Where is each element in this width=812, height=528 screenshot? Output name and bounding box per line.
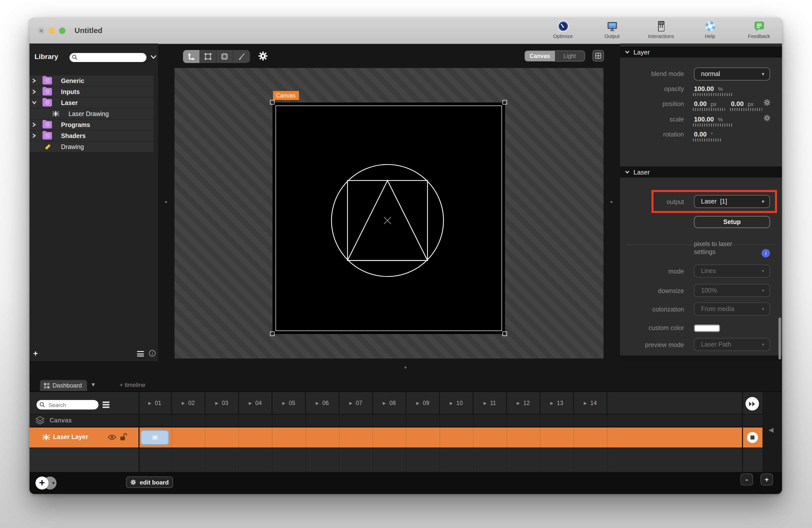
timeline-trigger-03[interactable]: ▶03 xyxy=(205,392,239,414)
laser-output-select[interactable]: Laser [1] ▼ xyxy=(694,195,770,208)
rotation-field[interactable]: 0.00° xyxy=(694,130,713,138)
play-icon: ▶ xyxy=(383,401,386,405)
laser-clip-selected[interactable] xyxy=(141,430,169,445)
timeline-zoom-out-button[interactable]: - xyxy=(740,473,753,485)
visibility-eye-icon[interactable] xyxy=(107,434,116,440)
library-item-inputs[interactable]: Inputs xyxy=(29,87,154,97)
group-row-grid xyxy=(139,414,608,426)
view-toggle-canvas[interactable]: Canvas xyxy=(525,51,555,61)
info-icon[interactable]: i xyxy=(762,249,770,258)
timeline-list-options-icon[interactable] xyxy=(102,401,110,409)
timeline-zoom-in-button[interactable]: + xyxy=(760,473,773,485)
timeline-trigger-07[interactable]: ▶07 xyxy=(339,392,373,414)
library-item-generic[interactable]: Generic xyxy=(29,75,154,86)
timeline-search-input[interactable] xyxy=(37,400,99,410)
library-list-options-icon[interactable] xyxy=(137,351,144,358)
chevron-right-icon[interactable] xyxy=(32,78,36,83)
optimize-button[interactable]: Optimize xyxy=(547,20,579,39)
timeline-trigger-10[interactable]: ▶10 xyxy=(440,392,474,414)
timeline-trigger-04[interactable]: ▶04 xyxy=(239,392,273,414)
timeline-trigger-02[interactable]: ▶02 xyxy=(172,392,205,414)
tab-dashboard[interactable]: Dashboard xyxy=(40,380,87,391)
chevron-right-icon[interactable] xyxy=(32,133,36,138)
help-button[interactable]: Help xyxy=(694,20,726,39)
opacity-scrubber[interactable] xyxy=(693,93,732,96)
library-item-shaders[interactable]: Shaders xyxy=(29,131,154,141)
panel-splitter-handle[interactable] xyxy=(405,367,406,368)
library-info-button[interactable]: i xyxy=(149,350,156,356)
position-y-scrubber[interactable] xyxy=(730,108,762,111)
blend-mode-select[interactable]: normal ▼ xyxy=(694,68,770,80)
stage-viewport[interactable]: Canvas xyxy=(174,68,604,358)
library-options-chevron-icon[interactable] xyxy=(150,55,157,59)
transform-tool-button[interactable] xyxy=(200,50,217,63)
close-window-button[interactable] xyxy=(38,28,44,34)
chevron-right-icon[interactable] xyxy=(32,89,36,94)
panel-splitter-handle[interactable] xyxy=(610,201,612,203)
timeline-trigger-11[interactable]: ▶11 xyxy=(474,392,507,414)
downsize-select[interactable]: 100% ▼ xyxy=(694,284,770,297)
laser-setup-button[interactable]: Setup xyxy=(694,216,770,228)
scale-options-gear-icon[interactable] xyxy=(763,114,771,122)
canvas-surface[interactable] xyxy=(273,103,505,334)
feedback-button[interactable]: Feedback xyxy=(743,20,775,39)
timeline-trigger-12[interactable]: ▶12 xyxy=(507,392,540,414)
timeline-trigger-14[interactable]: ▶14 xyxy=(574,392,608,414)
custom-color-swatch[interactable] xyxy=(694,324,720,332)
mode-select[interactable]: Lines ▼ xyxy=(694,264,770,278)
play-icon: ▶ xyxy=(416,401,419,405)
add-board-split-button[interactable]: ▼ + xyxy=(35,476,58,489)
add-timeline-button[interactable]: + timeline xyxy=(119,381,145,388)
position-y-field[interactable]: 0.00px xyxy=(731,99,754,108)
colorization-select[interactable]: From media ▼ xyxy=(694,303,770,316)
minimize-window-button[interactable] xyxy=(48,28,55,34)
timeline-trigger-08[interactable]: ▶08 xyxy=(373,392,406,414)
scale-scrubber[interactable] xyxy=(693,123,732,127)
selection-handle-bottom-right[interactable] xyxy=(503,332,507,336)
layer-section-header[interactable]: Layer xyxy=(620,46,782,58)
timeline-trigger-06[interactable]: ▶06 xyxy=(306,392,339,414)
library-item-drawing[interactable]: Drawing xyxy=(29,142,154,152)
position-options-gear-icon[interactable] xyxy=(763,99,771,106)
brush-tool-button[interactable] xyxy=(233,50,250,63)
library-item-laser[interactable]: Laser xyxy=(29,98,154,108)
skip-forward-button[interactable] xyxy=(745,397,759,411)
library-add-button[interactable]: + xyxy=(31,350,40,357)
collapse-left-icon[interactable]: ◀ xyxy=(768,426,773,434)
grid-view-button[interactable] xyxy=(593,50,604,61)
maximize-window-button[interactable] xyxy=(59,28,66,34)
library-item-laser-drawing[interactable]: Laser Drawing xyxy=(29,108,154,119)
edit-board-button[interactable]: edit board xyxy=(126,476,173,488)
position-x-field[interactable]: 0.00px xyxy=(694,99,716,108)
timeline-trigger-01[interactable]: ▶01 xyxy=(139,392,172,414)
selection-handle-top-right[interactable] xyxy=(503,100,507,104)
scale-field[interactable]: 100.00% xyxy=(694,115,723,123)
inspector-scrollbar[interactable] xyxy=(779,318,781,360)
view-toggle-light[interactable]: Light xyxy=(555,51,584,61)
timeline-trigger-05[interactable]: ▶05 xyxy=(273,392,306,414)
mask-tool-button[interactable] xyxy=(217,50,233,63)
unlocked-padlock-icon[interactable] xyxy=(119,432,127,441)
add-board-button[interactable]: + xyxy=(35,476,48,489)
panel-splitter-handle[interactable] xyxy=(165,201,167,203)
output-button[interactable]: Output xyxy=(596,20,628,39)
move-tool-button[interactable] xyxy=(183,50,200,63)
timeline-trigger-09[interactable]: ▶09 xyxy=(406,392,440,414)
chevron-right-icon[interactable] xyxy=(32,122,36,127)
selection-handle-top-left[interactable] xyxy=(270,100,275,104)
laser-section-header[interactable]: Laser xyxy=(620,166,782,177)
selection-handle-bottom-left[interactable] xyxy=(270,332,275,336)
library-item-programs[interactable]: Programs xyxy=(29,119,154,130)
preview-mode-select[interactable]: Laser Path ▼ xyxy=(694,338,770,351)
timeline-trigger-13[interactable]: ▶13 xyxy=(540,392,574,414)
rotation-scrubber[interactable] xyxy=(693,138,721,142)
position-x-scrubber[interactable] xyxy=(693,108,725,111)
opacity-field[interactable]: 100.00% xyxy=(694,84,723,93)
chevron-down-icon[interactable] xyxy=(32,101,37,104)
tab-list-dropdown-icon[interactable]: ▼ xyxy=(90,381,96,387)
library-search-input[interactable] xyxy=(70,53,146,62)
canvas-settings-gear-icon[interactable] xyxy=(258,50,269,61)
interactions-button[interactable]: Interactions xyxy=(645,20,677,39)
canvas-tag[interactable]: Canvas xyxy=(273,91,299,100)
layer-stop-button[interactable] xyxy=(747,432,758,443)
